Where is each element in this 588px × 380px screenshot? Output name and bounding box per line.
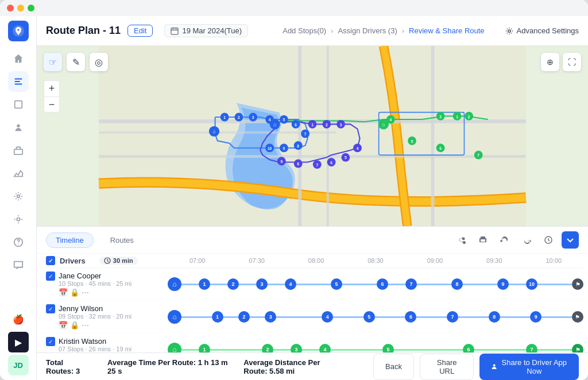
jane-checkbox[interactable]: ✓ bbox=[46, 272, 55, 281]
map-container[interactable]: 1 2 3 4 5 6 7 8 9 bbox=[37, 46, 588, 226]
jenny-more-icon[interactable]: ⋯ bbox=[82, 321, 89, 329]
zoom-fit-button[interactable]: ⊕ bbox=[541, 53, 559, 71]
fullscreen-button[interactable]: ⛶ bbox=[563, 53, 581, 71]
svg-text:3: 3 bbox=[252, 115, 254, 119]
sidebar-item-settings[interactable] bbox=[8, 186, 29, 207]
total-routes-label: Total Routes: bbox=[46, 358, 74, 375]
kristin-stop-6: 6 bbox=[463, 344, 474, 352]
sidebar-item-location[interactable] bbox=[8, 209, 29, 230]
svg-point-2 bbox=[17, 125, 20, 127]
select-all-checkbox[interactable]: ✓ bbox=[46, 256, 55, 265]
kristin-checkbox[interactable]: ✓ bbox=[46, 337, 55, 346]
map-tools: ☞ ✎ ◎ bbox=[44, 53, 108, 71]
page-title: Route Plan - 11 bbox=[46, 25, 121, 37]
sidebar-play[interactable]: ▶ bbox=[8, 332, 29, 352]
svg-text:5: 5 bbox=[345, 156, 347, 160]
svg-text:6: 6 bbox=[330, 161, 332, 165]
sidebar-item-analytics[interactable] bbox=[8, 163, 29, 184]
jenny-stop-6: 6 bbox=[405, 311, 416, 323]
time-10:00: 10:00 bbox=[524, 257, 583, 264]
sidebar-item-drivers[interactable] bbox=[8, 117, 29, 138]
print-btn[interactable] bbox=[474, 231, 492, 249]
expand-panel-btn[interactable] bbox=[562, 231, 579, 249]
kristin-line-7 bbox=[537, 349, 572, 351]
svg-point-77 bbox=[493, 364, 496, 366]
kristin-timeline: ⌂ 1 2 3 4 5 bbox=[168, 340, 583, 352]
jenny-actions: 📅 🔒 ⋯ bbox=[59, 321, 163, 329]
sidebar-item-support[interactable] bbox=[8, 232, 29, 253]
interval-badge: 30 min bbox=[99, 257, 138, 265]
history-btn[interactable] bbox=[540, 231, 557, 249]
svg-text:4: 4 bbox=[389, 118, 392, 122]
jenny-line-8 bbox=[500, 316, 531, 318]
sidebar-apple[interactable]: 🍎 bbox=[8, 309, 29, 329]
redo-btn[interactable] bbox=[518, 231, 535, 249]
kristin-home: ⌂ bbox=[168, 343, 181, 352]
breadcrumb-assign-drivers[interactable]: Assign Drivers (3) bbox=[338, 26, 397, 35]
map-controls-right: ⊕ ⛶ bbox=[541, 53, 581, 71]
zoom-out-button[interactable]: − bbox=[44, 96, 60, 113]
sidebar-item-orders[interactable] bbox=[8, 94, 29, 115]
kristin-line-3 bbox=[302, 349, 319, 351]
main-content: Route Plan - 11 Edit 19 Mar 2024(Tue) Ad… bbox=[37, 16, 588, 380]
driver-jenny-info: ✓ Jenny Wilson 09 Stops · 32 mins · 20 m… bbox=[41, 304, 168, 329]
pan-tool[interactable]: ☞ bbox=[44, 53, 62, 71]
target-tool[interactable]: ◎ bbox=[90, 53, 108, 71]
kristin-name: Kristin Watson bbox=[59, 337, 131, 346]
svg-text:⌂: ⌂ bbox=[273, 122, 276, 127]
expand-dot[interactable] bbox=[28, 5, 34, 11]
jane-line-4 bbox=[296, 284, 331, 285]
sidebar-item-hubs[interactable] bbox=[8, 140, 29, 161]
undo-btn[interactable] bbox=[496, 231, 513, 249]
driver-kristin-header: ✓ Kristin Watson 07 Stops · 26 mins · 19… bbox=[46, 337, 163, 352]
share-url-button[interactable]: Share URL bbox=[420, 354, 474, 380]
sidebar-item-routes[interactable] bbox=[8, 71, 29, 92]
jenny-line-0 bbox=[181, 316, 212, 318]
time-09:00: 09:00 bbox=[405, 257, 465, 264]
jane-lock-icon[interactable]: 🔒 bbox=[70, 288, 79, 297]
jane-calendar-icon[interactable]: 📅 bbox=[59, 288, 68, 297]
svg-text:2: 2 bbox=[468, 115, 470, 119]
breadcrumb: Add Stops(0) › Assign Drivers (3) › Revi… bbox=[283, 26, 484, 35]
jane-line-8 bbox=[463, 284, 497, 285]
time-08:00: 08:00 bbox=[287, 257, 346, 264]
minimize-dot[interactable] bbox=[17, 5, 24, 11]
svg-text:5: 5 bbox=[283, 118, 285, 122]
breadcrumb-review[interactable]: Review & Share Route bbox=[409, 26, 485, 35]
kristin-line-1 bbox=[210, 349, 262, 351]
close-dot[interactable] bbox=[7, 5, 14, 11]
jane-line-10 bbox=[537, 284, 572, 285]
jane-more-icon[interactable]: ⋯ bbox=[82, 288, 89, 297]
kristin-stop-5: 5 bbox=[382, 344, 394, 352]
tab-timeline[interactable]: Timeline bbox=[46, 232, 94, 248]
jane-name: Jane Cooper bbox=[59, 272, 131, 280]
jenny-lock-icon[interactable]: 🔒 bbox=[70, 321, 79, 329]
kristin-stop-2: 2 bbox=[262, 344, 273, 352]
jenny-calendar-icon[interactable]: 📅 bbox=[59, 321, 68, 329]
breadcrumb-sep1: › bbox=[331, 26, 333, 35]
share-driver-button[interactable]: Share to Driver App Now bbox=[479, 354, 579, 380]
bottom-panel: Timeline Routes bbox=[37, 226, 588, 352]
time-07:00: 07:00 bbox=[168, 257, 227, 264]
share-icon-btn[interactable] bbox=[452, 231, 470, 249]
sidebar-bottom: 🍎 ▶ JD bbox=[8, 309, 29, 375]
edit-button[interactable]: Edit bbox=[127, 25, 153, 37]
back-button[interactable]: Back bbox=[373, 354, 414, 380]
draw-tool[interactable]: ✎ bbox=[67, 53, 85, 71]
zoom-in-button[interactable]: + bbox=[44, 80, 60, 96]
jenny-checkbox[interactable]: ✓ bbox=[46, 304, 55, 313]
svg-text:1: 1 bbox=[456, 115, 458, 119]
svg-rect-1 bbox=[14, 101, 22, 108]
breadcrumb-add-stops[interactable]: Add Stops(0) bbox=[283, 26, 326, 35]
kristin-line-4 bbox=[331, 349, 382, 351]
sidebar-item-chat[interactable] bbox=[8, 255, 29, 276]
sidebar-avatar[interactable]: JD bbox=[8, 355, 29, 375]
sidebar-item-home[interactable] bbox=[8, 48, 29, 69]
jenny-meta: 09 Stops · 32 mins · 20 mi bbox=[59, 313, 131, 320]
advanced-settings-button[interactable]: Advanced Settings bbox=[505, 26, 579, 35]
time-09:30: 09:30 bbox=[465, 257, 524, 264]
kristin-stops: ⌂ 1 2 3 4 5 bbox=[168, 343, 583, 352]
svg-text:⌂: ⌂ bbox=[212, 129, 215, 134]
interval-label: 30 min bbox=[113, 257, 133, 264]
tab-routes[interactable]: Routes bbox=[100, 232, 144, 248]
